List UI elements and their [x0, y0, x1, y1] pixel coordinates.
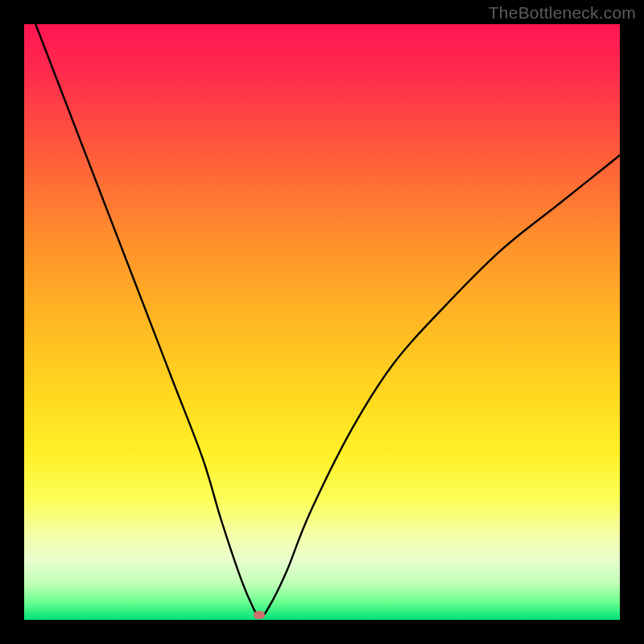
watermark-text: TheBottleneck.com	[489, 3, 636, 23]
plot-area	[24, 24, 620, 620]
chart-frame: TheBottleneck.com	[0, 0, 644, 644]
bottleneck-curve	[24, 24, 620, 620]
optimum-marker	[254, 611, 265, 619]
